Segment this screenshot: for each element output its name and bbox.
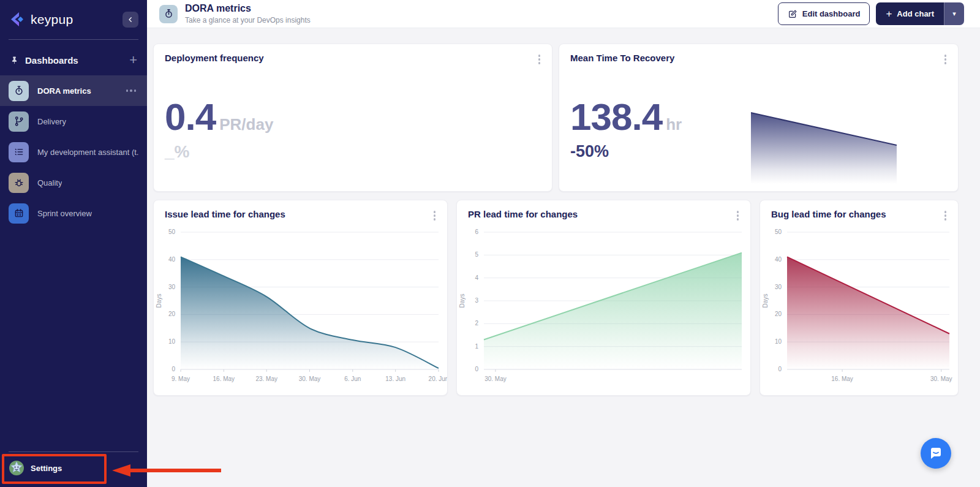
edit-dashboard-label: Edit dashboard: [802, 9, 861, 18]
svg-text:50: 50: [775, 228, 782, 235]
page-title: DORA metrics: [185, 3, 311, 14]
dashboard-item-menu-button[interactable]: [124, 87, 139, 94]
sidebar-item-label: DORA metrics: [37, 86, 91, 96]
svg-text:30. May: 30. May: [930, 376, 952, 382]
page-subtitle: Take a glance at your DevOps insights: [185, 16, 311, 25]
svg-text:30: 30: [168, 283, 176, 290]
svg-text:10: 10: [775, 338, 782, 345]
sidebar-item-my-development-assistant[interactable]: My development assistant (t...: [0, 137, 147, 167]
chat-icon: [928, 445, 944, 461]
svg-text:10: 10: [168, 338, 176, 345]
sidebar-collapse-button[interactable]: [123, 12, 138, 28]
svg-text:23. May: 23. May: [255, 376, 277, 382]
main-area: DORA metrics Take a glance at your DevOp…: [147, 0, 980, 487]
sidebar-item-dora-metrics[interactable]: DORA metrics: [0, 75, 147, 106]
svg-text:Days: Days: [459, 293, 466, 308]
dashboard-header: DORA metrics Take a glance at your DevOp…: [147, 0, 980, 28]
card-menu-button[interactable]: [535, 53, 544, 66]
git-branch-icon: [9, 111, 29, 132]
card-title: Issue lead time for changes: [165, 209, 285, 219]
sidebar-item-delivery[interactable]: Delivery: [0, 106, 147, 137]
dashboard-content: Deployment frequency 0.4 PR/day _% Mean …: [147, 28, 980, 487]
svg-text:13. Jun: 13. Jun: [385, 376, 405, 382]
sidebar-item-quality[interactable]: Quality: [0, 167, 147, 198]
svg-text:5: 5: [475, 251, 478, 258]
svg-text:6. Jun: 6. Jun: [344, 376, 361, 382]
card-title: Mean Time To Recovery: [570, 53, 674, 63]
sidebar-item-label: Delivery: [37, 117, 66, 126]
add-dashboard-button[interactable]: +: [129, 53, 137, 67]
svg-text:20: 20: [168, 311, 176, 317]
svg-text:30. May: 30. May: [484, 376, 507, 382]
svg-text:Days: Days: [762, 293, 769, 308]
card-title: PR lead time for changes: [468, 209, 578, 219]
add-chart-button[interactable]: + Add chart: [876, 2, 944, 25]
svg-text:0: 0: [475, 366, 478, 372]
add-chart-caret-button[interactable]: ▾: [944, 2, 964, 25]
svg-text:Days: Days: [156, 293, 162, 308]
pr-lead-time-chart: 0123456Days30. May: [457, 226, 750, 385]
deployment-frequency-value: 0.4: [165, 98, 216, 136]
sidebar-item-label: Sprint overview: [37, 209, 92, 218]
svg-text:6: 6: [475, 228, 478, 235]
logo: keypup: [0, 0, 147, 37]
list-icon: [9, 142, 29, 162]
svg-text:3: 3: [475, 297, 478, 304]
sidebar-item-label: Quality: [37, 178, 62, 187]
settings-label: Settings: [31, 464, 62, 473]
svg-text:0: 0: [172, 366, 175, 372]
add-chart-label: Add chart: [897, 9, 934, 18]
edit-icon: [788, 9, 797, 19]
logo-text: keypup: [31, 12, 74, 27]
svg-text:20. Jun: 20. Jun: [429, 376, 447, 382]
card-menu-button[interactable]: [941, 53, 950, 66]
keypup-logo-icon: [9, 11, 26, 28]
svg-text:40: 40: [168, 255, 176, 262]
sidebar: keypup Dashboards + DORA metrics Deliver…: [0, 0, 147, 487]
card-menu-button[interactable]: [941, 209, 950, 222]
deployment-frequency-unit: PR/day: [219, 115, 273, 134]
svg-text:9. May: 9. May: [172, 376, 190, 382]
svg-text:20: 20: [775, 311, 782, 317]
sidebar-item-sprint-overview[interactable]: Sprint overview: [0, 198, 147, 228]
bug-icon: [9, 173, 29, 193]
stopwatch-icon: [9, 81, 29, 101]
calendar-icon: [9, 203, 29, 224]
card-bug-lead-time: Bug lead time for changes 01020304050Day…: [760, 200, 959, 396]
card-title: Bug lead time for changes: [771, 209, 886, 219]
svg-text:2: 2: [475, 320, 478, 327]
chat-widget-button[interactable]: [921, 438, 951, 469]
svg-text:50: 50: [168, 228, 176, 235]
plus-icon: +: [886, 8, 892, 20]
svg-text:4: 4: [475, 274, 478, 281]
svg-text:30: 30: [775, 283, 782, 290]
mttr-value: 138.4: [570, 98, 662, 136]
dashboards-section-header: Dashboards +: [0, 40, 147, 75]
chevron-left-icon: [127, 16, 134, 23]
card-mean-time-to-recovery: Mean Time To Recovery 138.4 hr -50%: [559, 43, 959, 192]
edit-dashboard-button[interactable]: Edit dashboard: [778, 2, 870, 25]
pin-icon: [10, 56, 19, 65]
svg-text:16. May: 16. May: [213, 376, 235, 382]
user-avatar: [9, 460, 24, 476]
mttr-unit: hr: [666, 115, 682, 134]
deployment-frequency-delta: _%: [165, 142, 552, 162]
card-pr-lead-time: PR lead time for changes 0123456Days30. …: [456, 200, 751, 396]
card-menu-button[interactable]: [431, 209, 439, 222]
stopwatch-icon: [159, 5, 178, 23]
bug-lead-time-chart: 01020304050Days16. May30. May: [760, 226, 958, 385]
svg-text:16. May: 16. May: [831, 376, 853, 382]
sidebar-item-settings[interactable]: Settings: [0, 452, 147, 487]
card-title: Deployment frequency: [165, 53, 264, 63]
issue-lead-time-chart: 01020304050Days9. May16. May23. May30. M…: [154, 226, 447, 385]
card-deployment-frequency: Deployment frequency 0.4 PR/day _%: [153, 43, 552, 192]
svg-text:30. May: 30. May: [299, 376, 321, 382]
sidebar-item-label: My development assistant (t...: [37, 148, 138, 157]
mttr-trend-chart: [751, 105, 897, 184]
card-menu-button[interactable]: [734, 209, 742, 222]
svg-text:1: 1: [475, 342, 478, 349]
svg-text:40: 40: [775, 255, 782, 262]
dashboards-section-label: Dashboards: [25, 55, 78, 66]
caret-down-icon: ▾: [952, 10, 956, 18]
card-issue-lead-time: Issue lead time for changes 01020304050D…: [153, 200, 448, 396]
